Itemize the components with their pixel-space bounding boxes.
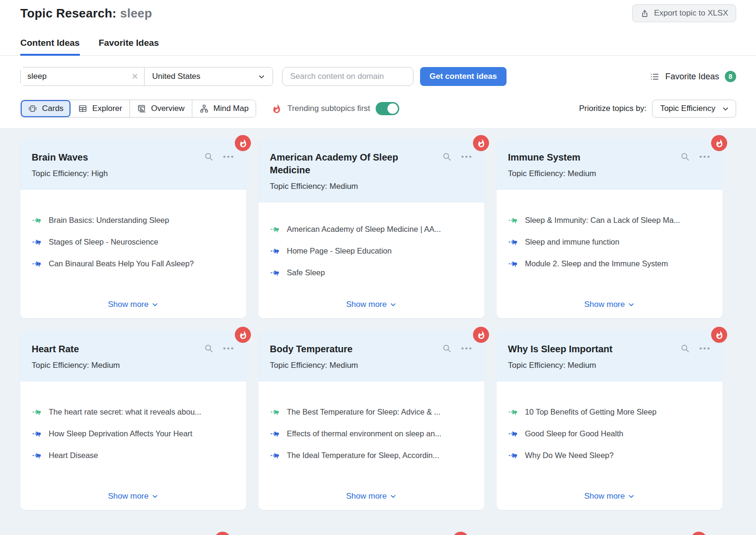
ellipsis-icon[interactable]: •••: [699, 346, 711, 351]
headline-item[interactable]: Heart Disease: [32, 450, 235, 460]
headline-text: The Ideal Temperature for Sleep, Accordi…: [287, 451, 439, 460]
chevron-down-icon: [390, 493, 396, 500]
headline-text: How Sleep Deprivation Affects Your Heart: [49, 429, 192, 438]
megaphone-icon: [508, 215, 518, 225]
close-icon[interactable]: ✕: [129, 72, 144, 81]
headline-item[interactable]: The heart rate secret: what it reveals a…: [32, 407, 235, 417]
show-more-link[interactable]: Show more: [346, 492, 397, 510]
headline-item[interactable]: American Academy of Sleep Medicine | AA.…: [270, 224, 473, 234]
card-body: Sleep & Immunity: Can a Lack of Sleep Ma…: [497, 190, 722, 318]
view-explorer[interactable]: Explorer: [71, 100, 129, 117]
mindmap-icon: [199, 104, 209, 113]
prioritize-select[interactable]: Topic Efficiency: [652, 100, 736, 118]
search-icon[interactable]: [680, 344, 690, 353]
card-title: American Academy Of Sleep Medicine: [270, 151, 442, 177]
headline-item[interactable]: Why Do We Need Sleep?: [508, 450, 711, 460]
headline-item[interactable]: Effects of thermal environment on sleep …: [270, 429, 473, 439]
ellipsis-icon[interactable]: •••: [223, 154, 235, 159]
topic-efficiency-value: Medium: [329, 361, 358, 370]
search-icon[interactable]: [442, 152, 452, 161]
headline-item[interactable]: Sleep & Immunity: Can a Lack of Sleep Ma…: [508, 215, 711, 225]
megaphone-icon: [508, 450, 518, 460]
headline-text: Can Binaural Beats Help You Fall Asleep?: [49, 259, 194, 268]
prioritize-control: Prioritize topics by: Topic Efficiency: [579, 100, 736, 118]
ellipsis-icon[interactable]: •••: [461, 346, 473, 351]
topic-efficiency: Topic Efficiency: Medium: [508, 361, 711, 370]
get-content-ideas-button[interactable]: Get content ideas: [420, 67, 507, 86]
headline-item[interactable]: Safe Sleep: [270, 268, 473, 278]
view-cards[interactable]: Cards: [21, 100, 71, 117]
topic-card: Why Is Sleep Important ••• Topic Efficie…: [497, 331, 722, 510]
ellipsis-icon[interactable]: •••: [699, 154, 711, 159]
topic-efficiency: Topic Efficiency: Medium: [32, 361, 235, 370]
headline-item[interactable]: Module 2. Sleep and the Immune System: [508, 259, 711, 269]
headline-item[interactable]: How Sleep Deprivation Affects Your Heart: [32, 429, 235, 439]
tab-favorite-ideas[interactable]: Favorite Ideas: [99, 38, 159, 55]
ellipsis-icon[interactable]: •••: [461, 154, 473, 159]
card-body: The Best Temperature for Sleep: Advice &…: [258, 382, 484, 510]
headline-text: Home Page - Sleep Education: [287, 246, 392, 255]
trending-flame-badge: [473, 135, 489, 151]
megaphone-icon: [32, 407, 42, 417]
headline-item[interactable]: Sleep and immune function: [508, 237, 711, 247]
headline-item[interactable]: 10 Top Benefits of Getting More Sleep: [508, 407, 711, 417]
topic-card: Immune System ••• Topic Efficiency: Medi…: [497, 139, 722, 318]
keyword-input[interactable]: [21, 68, 129, 85]
topic-efficiency-value: Medium: [567, 361, 596, 370]
megaphone-icon: [270, 246, 280, 256]
view-overview[interactable]: Overview: [130, 100, 192, 117]
topic-efficiency-value: Medium: [329, 182, 358, 191]
search-icon[interactable]: [204, 152, 214, 161]
view-switcher: Cards Explorer Overview: [20, 100, 256, 118]
export-xlsx-label: Export topic to XLSX: [654, 8, 728, 18]
megaphone-icon: [508, 407, 518, 417]
headline-item[interactable]: Brain Basics: Understanding Sleep: [32, 215, 235, 225]
show-more-link[interactable]: Show more: [584, 300, 635, 318]
trending-toggle-switch[interactable]: [376, 102, 399, 115]
card-header: Brain Waves ••• Topic Efficiency: High: [20, 139, 246, 190]
headline-item[interactable]: The Best Temperature for Sleep: Advice &…: [270, 407, 473, 417]
show-more-link[interactable]: Show more: [108, 492, 159, 510]
favorite-ideas-link[interactable]: Favorite Ideas 8: [650, 71, 736, 82]
headline-item[interactable]: Stages of Sleep - Neuroscience: [32, 237, 235, 247]
headline-item[interactable]: Good Sleep for Good Health: [508, 429, 711, 439]
show-more-link[interactable]: Show more: [584, 492, 635, 510]
ellipsis-icon[interactable]: •••: [223, 346, 235, 351]
search-icon[interactable]: [204, 344, 214, 353]
headline-item[interactable]: Can Binaural Beats Help You Fall Asleep?: [32, 259, 235, 269]
tabs-bar: Content Ideas Favorite Ideas: [0, 38, 756, 56]
card-header: Why Is Sleep Important ••• Topic Efficie…: [497, 331, 722, 382]
flame-icon: [272, 104, 282, 114]
card-title: Body Temperature: [270, 343, 442, 356]
headline-item[interactable]: Home Page - Sleep Education: [270, 246, 473, 256]
upload-icon: [640, 9, 649, 18]
topic-card: Brain Waves ••• Topic Efficiency: High B…: [20, 139, 246, 318]
view-explorer-label: Explorer: [92, 104, 122, 113]
trending-flame-badge: [235, 327, 251, 343]
headline-text: Effects of thermal environment on sleep …: [287, 429, 441, 438]
country-select[interactable]: United States: [144, 68, 273, 85]
show-more-link[interactable]: Show more: [346, 300, 397, 318]
topic-card: American Academy Of Sleep Medicine ••• T…: [258, 139, 484, 318]
trending-flame-badge-peek: [215, 532, 231, 535]
megaphone-icon: [270, 224, 280, 234]
chevron-down-icon: [152, 301, 158, 308]
domain-search-input[interactable]: [282, 67, 413, 86]
chevron-down-icon: [628, 493, 635, 500]
overview-icon: [137, 104, 146, 113]
view-overview-label: Overview: [151, 104, 185, 113]
megaphone-icon: [32, 237, 42, 247]
card-body: 10 Top Benefits of Getting More Sleep Go…: [497, 382, 722, 510]
tab-content-ideas[interactable]: Content Ideas: [20, 38, 80, 55]
export-xlsx-button[interactable]: Export topic to XLSX: [632, 4, 736, 22]
search-icon[interactable]: [680, 152, 690, 161]
megaphone-icon: [270, 450, 280, 460]
headline-item[interactable]: The Ideal Temperature for Sleep, Accordi…: [270, 450, 473, 460]
headline-text: Sleep and immune function: [525, 238, 619, 246]
view-mind-map[interactable]: Mind Map: [192, 100, 256, 117]
list-icon: [650, 72, 660, 82]
search-icon[interactable]: [442, 344, 452, 353]
show-more-link[interactable]: Show more: [108, 300, 159, 318]
megaphone-icon: [32, 259, 42, 269]
megaphone-icon: [32, 429, 42, 439]
